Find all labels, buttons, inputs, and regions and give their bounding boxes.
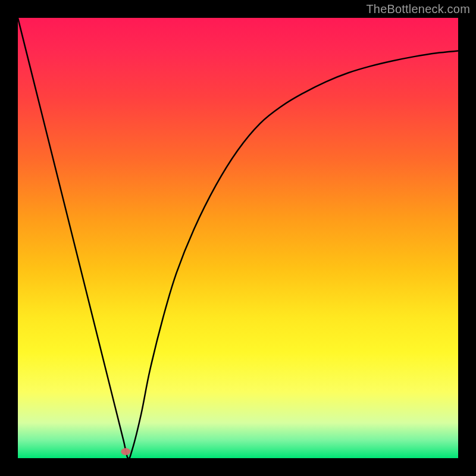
chart-svg bbox=[18, 18, 458, 458]
chart-frame: TheBottleneck.com bbox=[0, 0, 476, 476]
sweet-spot-marker bbox=[121, 448, 130, 455]
watermark-label: TheBottleneck.com bbox=[366, 2, 470, 16]
bottleneck-curve bbox=[18, 18, 458, 458]
chart-plot-area bbox=[18, 18, 458, 458]
